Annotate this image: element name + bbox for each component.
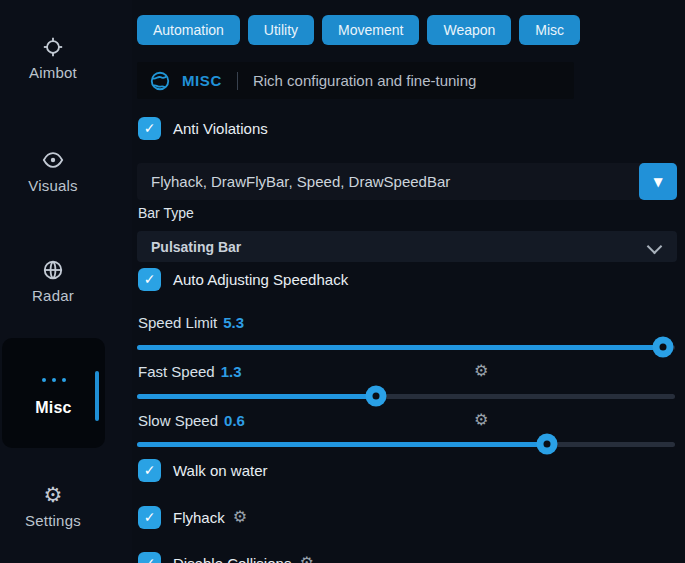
section-subtitle: Rich configuration and fine-tuning <box>253 72 476 89</box>
slider-value: 0.6 <box>224 412 245 429</box>
slow-speed-label: Slow Speed0.6 <box>138 412 245 430</box>
gear-icon[interactable]: ⚙ <box>299 555 313 563</box>
tab-weapon[interactable]: Weapon <box>427 15 511 45</box>
sidebar-item-label: Settings <box>25 512 81 529</box>
slider-label-text: Slow Speed <box>138 412 218 429</box>
bar-type-label: Bar Type <box>138 205 194 221</box>
anti-violations-label: Anti Violations <box>173 120 268 137</box>
misc-panel: Automation Utility Movement Weapon Misc … <box>137 0 677 563</box>
slider-label-text: Fast Speed <box>138 363 215 380</box>
divider <box>237 72 238 90</box>
fast-speed-label: Fast Speed1.3 <box>138 363 242 381</box>
check-icon: ✓ <box>144 463 156 477</box>
fast-speed-slider[interactable] <box>137 386 677 407</box>
flyhack-checkbox[interactable]: ✓ <box>138 506 161 529</box>
tab-movement[interactable]: Movement <box>322 15 419 45</box>
globe-icon <box>42 259 64 281</box>
multiselect-dropdown-button[interactable]: ▼ <box>639 163 677 200</box>
speed-limit-label: Speed Limit5.3 <box>138 314 244 332</box>
sidebar-item-label: Aimbot <box>29 64 77 81</box>
slider-knob[interactable] <box>652 337 673 358</box>
bar-multiselect-value: Flyhack, DrawFlyBar, Speed, DrawSpeedBar <box>151 173 450 190</box>
walk-on-water-row: ✓ Walk on water <box>138 458 267 482</box>
section-title: MISC <box>182 72 222 89</box>
auto-adjusting-speedhack-label: Auto Adjusting Speedhack <box>173 271 348 288</box>
eye-icon <box>42 149 64 171</box>
tab-automation[interactable]: Automation <box>137 15 240 45</box>
disable-collisions-label: Disable Collisions <box>173 555 291 563</box>
sidebar-item-label: Visuals <box>28 177 77 194</box>
disable-collisions-row: ✓ Disable Collisions ⚙ <box>138 551 314 563</box>
slider-knob[interactable] <box>365 386 386 407</box>
flyhack-row: ✓ Flyhack ⚙ <box>138 505 247 529</box>
gear-icon[interactable]: ⚙ <box>474 412 488 428</box>
gear-icon: ⚙ <box>42 484 64 506</box>
disable-collisions-checkbox[interactable]: ✓ <box>138 552 161 563</box>
sidebar: Aimbot Visuals Radar Misc ⚙ Settings <box>0 0 132 563</box>
check-icon: ✓ <box>144 272 156 286</box>
walk-on-water-label: Walk on water <box>173 462 267 479</box>
walk-on-water-checkbox[interactable]: ✓ <box>138 459 161 482</box>
tab-misc[interactable]: Misc <box>519 15 580 45</box>
gear-icon[interactable]: ⚙ <box>233 509 247 525</box>
gear-icon[interactable]: ⚙ <box>474 363 488 379</box>
slow-speed-slider[interactable] <box>137 434 677 455</box>
sidebar-item-visuals[interactable]: Visuals <box>0 149 106 195</box>
bar-type-value: Pulsating Bar <box>151 239 241 255</box>
globe-icon <box>149 70 171 92</box>
active-indicator <box>95 371 99 421</box>
check-icon: ✓ <box>144 556 156 563</box>
slider-fill <box>137 345 663 350</box>
bar-multiselect[interactable]: Flyhack, DrawFlyBar, Speed, DrawSpeedBar… <box>137 163 677 200</box>
crosshair-icon <box>42 36 64 58</box>
slider-value: 5.3 <box>223 314 244 331</box>
speed-limit-slider[interactable] <box>137 337 677 358</box>
sidebar-item-label: Radar <box>32 287 74 304</box>
slider-label-text: Speed Limit <box>138 314 217 331</box>
sidebar-item-radar[interactable]: Radar <box>0 259 106 305</box>
sidebar-item-settings[interactable]: ⚙ Settings <box>0 484 106 530</box>
slider-knob[interactable] <box>537 434 558 455</box>
sidebar-item-misc[interactable]: Misc <box>2 338 105 448</box>
section-header: MISC Rich configuration and fine-tuning <box>137 62 574 99</box>
sidebar-item-label: Misc <box>2 399 105 417</box>
auto-adjusting-speedhack-checkbox[interactable]: ✓ <box>138 268 161 291</box>
flyhack-label: Flyhack <box>173 509 225 526</box>
anti-violations-row: ✓ Anti Violations <box>138 116 268 140</box>
auto-adjusting-speedhack-row: ✓ Auto Adjusting Speedhack <box>138 267 348 291</box>
chevron-down-icon <box>647 239 663 255</box>
slider-value: 1.3 <box>221 363 242 380</box>
check-icon: ✓ <box>144 121 156 135</box>
category-tabs: Automation Utility Movement Weapon Misc <box>137 15 580 45</box>
anti-violations-checkbox[interactable]: ✓ <box>138 117 161 140</box>
slider-fill <box>137 442 547 447</box>
triangle-down-icon: ▼ <box>653 176 662 188</box>
slider-fill <box>137 394 376 399</box>
sidebar-item-aimbot[interactable]: Aimbot <box>0 36 106 82</box>
bar-type-select[interactable]: Pulsating Bar <box>137 231 677 262</box>
check-icon: ✓ <box>144 510 156 524</box>
ellipsis-icon <box>2 378 105 382</box>
tab-utility[interactable]: Utility <box>248 15 314 45</box>
